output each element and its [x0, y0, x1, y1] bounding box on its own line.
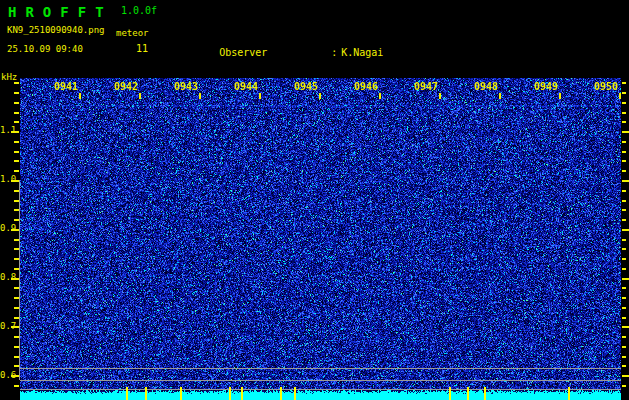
freq-tick — [11, 180, 19, 182]
minute-tick — [259, 93, 261, 99]
freq-tick — [622, 180, 629, 182]
freq-tick — [622, 82, 626, 84]
app-version: 1.0.0f — [121, 5, 157, 16]
freq-tick — [14, 209, 19, 211]
time-label-0950: 0950 — [594, 81, 618, 92]
freq-tick — [622, 248, 626, 250]
freq-tick — [622, 200, 626, 202]
freq-tick — [14, 297, 19, 299]
freq-tick — [14, 219, 19, 221]
freq-tick — [14, 385, 19, 387]
freq-axis-unit: kHz — [1, 72, 17, 82]
freq-tick — [622, 121, 626, 123]
freq-tick — [14, 258, 19, 260]
freq-tick — [622, 356, 626, 358]
freq-tick — [14, 82, 19, 84]
freq-tick — [622, 160, 626, 162]
freq-tick — [622, 92, 626, 94]
freq-tick — [622, 346, 626, 348]
time-label-0947: 0947 — [414, 81, 438, 92]
time-label-0949: 0949 — [534, 81, 558, 92]
freq-tick — [622, 326, 629, 328]
freq-tick — [622, 365, 626, 367]
freq-tick — [622, 170, 626, 172]
time-label-0942: 0942 — [114, 81, 138, 92]
freq-tick — [11, 278, 19, 280]
time-label-0945: 0945 — [294, 81, 318, 92]
minute-tick — [439, 93, 441, 99]
freq-tick — [622, 239, 626, 241]
freq-tick — [11, 229, 19, 231]
freq-tick — [622, 258, 626, 260]
freq-tick — [14, 160, 19, 162]
freq-label-0-9: 0.9 — [0, 223, 16, 233]
freq-tick — [11, 326, 19, 328]
freq-tick — [622, 317, 626, 319]
freq-tick — [14, 200, 19, 202]
freq-tick — [14, 307, 19, 309]
freq-tick — [14, 141, 19, 143]
info-separator: : — [331, 46, 341, 61]
time-label-0941: 0941 — [54, 81, 78, 92]
freq-tick — [14, 92, 19, 94]
minute-tick — [499, 93, 501, 99]
detection-zone-left-border — [19, 180, 20, 380]
time-label-0948: 0948 — [474, 81, 498, 92]
freq-tick — [11, 131, 19, 133]
freq-tick — [14, 121, 19, 123]
record-datetime: 25.10.09 09:40 — [7, 44, 83, 54]
freq-tick — [14, 151, 19, 153]
freq-tick — [14, 170, 19, 172]
freq-tick — [622, 268, 626, 270]
time-label-0946: 0946 — [354, 81, 378, 92]
freq-label-1-0: 1.0 — [0, 174, 16, 184]
minute-tick — [139, 93, 141, 99]
freq-tick — [622, 336, 626, 338]
freq-tick — [622, 297, 626, 299]
freq-tick — [14, 287, 19, 289]
freq-tick — [622, 278, 629, 280]
time-label-0943: 0943 — [174, 81, 198, 92]
freq-tick — [14, 346, 19, 348]
freq-tick — [622, 131, 629, 133]
freq-tick — [622, 307, 626, 309]
spectrogram-canvas — [20, 78, 621, 400]
freq-tick — [622, 209, 626, 211]
freq-tick — [622, 112, 626, 114]
freq-tick — [14, 190, 19, 192]
app-title: HROFFT — [8, 4, 113, 20]
freq-tick — [14, 365, 19, 367]
meteor-count-label: meteor — [116, 28, 149, 38]
freq-tick — [14, 239, 19, 241]
freq-tick — [14, 102, 19, 104]
freq-tick — [14, 336, 19, 338]
minute-tick — [379, 93, 381, 99]
freq-tick — [622, 375, 629, 377]
freq-tick — [14, 248, 19, 250]
meteor-count-value: 11 — [124, 43, 148, 54]
info-row-observer: Observer:K.Nagai — [183, 31, 606, 75]
freq-label-0-8: 0.8 — [0, 272, 16, 282]
freq-tick — [14, 268, 19, 270]
minute-tick — [199, 93, 201, 99]
freq-label-1-1: 1.1 — [0, 125, 16, 135]
minute-tick — [619, 93, 621, 99]
freq-tick — [14, 356, 19, 358]
freq-tick — [622, 141, 626, 143]
time-label-0944: 0944 — [234, 81, 258, 92]
freq-tick — [622, 219, 626, 221]
freq-tick — [11, 375, 19, 377]
hrofft-window: HROFFT 1.0.0f KN9_2510090940.png meteor … — [0, 0, 629, 400]
freq-tick — [622, 287, 626, 289]
minute-tick — [79, 93, 81, 99]
minute-tick — [319, 93, 321, 99]
freq-tick — [622, 385, 626, 387]
freq-tick — [14, 317, 19, 319]
freq-tick — [14, 112, 19, 114]
info-value: K.Nagai — [341, 47, 383, 58]
minute-tick — [559, 93, 561, 99]
freq-tick — [622, 229, 629, 231]
freq-tick — [622, 102, 626, 104]
freq-tick — [622, 190, 626, 192]
freq-tick — [622, 151, 626, 153]
